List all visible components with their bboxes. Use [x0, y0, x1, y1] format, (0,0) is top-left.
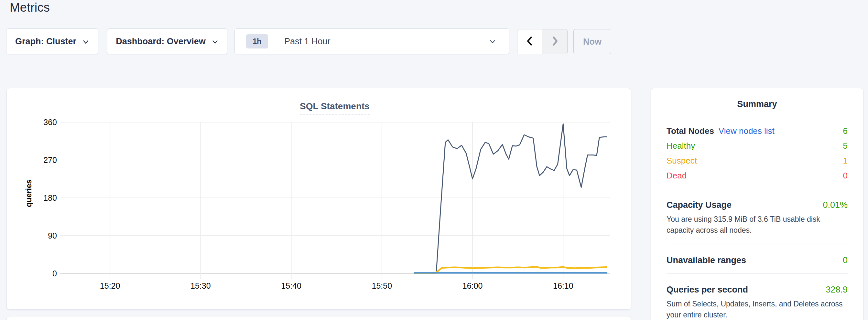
- svg-text:0: 0: [52, 269, 57, 278]
- time-range-badge: 1h: [246, 34, 268, 49]
- sql-statements-plot[interactable]: 09018027036015:2015:3015:4015:5016:0016:…: [7, 88, 631, 310]
- svg-text:180: 180: [43, 193, 57, 202]
- chevron-right-icon: [550, 36, 560, 48]
- sql-statements-chart-card: SQL Statements queries 09018027036015:20…: [6, 88, 631, 310]
- dead-value: 0: [843, 171, 848, 180]
- capacity-usage-section: Capacity Usage 0.01% You are using 315.9…: [666, 189, 848, 236]
- healthy-label: Healthy: [666, 141, 695, 151]
- unavailable-ranges-section: Unavailable ranges 0: [666, 244, 848, 265]
- chevron-down-icon: [489, 38, 496, 46]
- svg-text:16:10: 16:10: [553, 281, 574, 290]
- svg-text:15:50: 15:50: [372, 281, 392, 290]
- next-chart-card: [6, 316, 631, 320]
- chart-series-navy-line: [414, 124, 607, 273]
- svg-text:16:00: 16:00: [462, 281, 483, 290]
- healthy-value: 5: [843, 141, 848, 151]
- capacity-usage-value: 0.01%: [823, 200, 848, 210]
- now-button[interactable]: Now: [574, 29, 611, 54]
- chevron-down-icon: [212, 38, 219, 45]
- summary-panel: Summary Total Nodes View nodes list 6 He…: [651, 88, 864, 320]
- total-nodes-label: Total Nodes: [666, 126, 714, 136]
- queries-per-second-section: Queries per second 328.9 Sum of Selects,…: [666, 274, 848, 320]
- capacity-usage-description: You are using 315.9 MiB of 3.6 TiB usabl…: [666, 214, 848, 236]
- queries-per-second-description: Sum of Selects, Updates, Inserts, and De…: [666, 298, 848, 320]
- svg-text:270: 270: [43, 156, 57, 164]
- dashboard-dropdown-label: Dashboard: Overview: [116, 36, 206, 46]
- page-title: Metrics: [10, 1, 50, 14]
- svg-text:360: 360: [43, 118, 57, 127]
- svg-text:15:30: 15:30: [190, 281, 211, 290]
- summary-heading: Summary: [666, 99, 848, 109]
- dead-label: Dead: [666, 171, 687, 180]
- dashboard-dropdown[interactable]: Dashboard: Overview: [107, 28, 227, 54]
- unavailable-ranges-label: Unavailable ranges: [666, 255, 746, 265]
- previous-time-button[interactable]: [518, 29, 542, 54]
- summary-row-dead: Dead 0: [666, 171, 848, 180]
- svg-text:15:40: 15:40: [281, 281, 301, 290]
- graph-dropdown-label: Graph: Cluster: [15, 36, 76, 46]
- svg-text:90: 90: [48, 231, 57, 240]
- queries-per-second-label: Queries per second: [666, 285, 748, 294]
- unavailable-ranges-value: 0: [843, 255, 848, 265]
- suspect-label: Suspect: [666, 156, 697, 165]
- total-nodes-value: 6: [843, 126, 848, 136]
- time-range-picker[interactable]: 1h Past 1 Hour: [235, 28, 509, 54]
- summary-row-suspect: Suspect 1: [666, 156, 848, 165]
- view-nodes-list-link[interactable]: View nodes list: [719, 126, 775, 136]
- chevron-left-icon: [524, 36, 535, 48]
- chevron-down-icon: [82, 38, 89, 45]
- node-status-list: Total Nodes View nodes list 6 Healthy 5 …: [666, 126, 848, 180]
- summary-row-total-nodes: Total Nodes View nodes list 6: [666, 126, 848, 136]
- time-range-label: Past 1 Hour: [284, 36, 331, 46]
- graph-dropdown[interactable]: Graph: Cluster: [6, 28, 98, 54]
- capacity-usage-label: Capacity Usage: [666, 200, 732, 210]
- summary-row-healthy: Healthy 5: [666, 141, 848, 151]
- suspect-value: 1: [843, 156, 848, 165]
- time-step-buttons: [517, 29, 567, 54]
- svg-text:15:20: 15:20: [100, 281, 120, 290]
- queries-per-second-value: 328.9: [826, 285, 848, 294]
- next-time-button[interactable]: [542, 29, 567, 54]
